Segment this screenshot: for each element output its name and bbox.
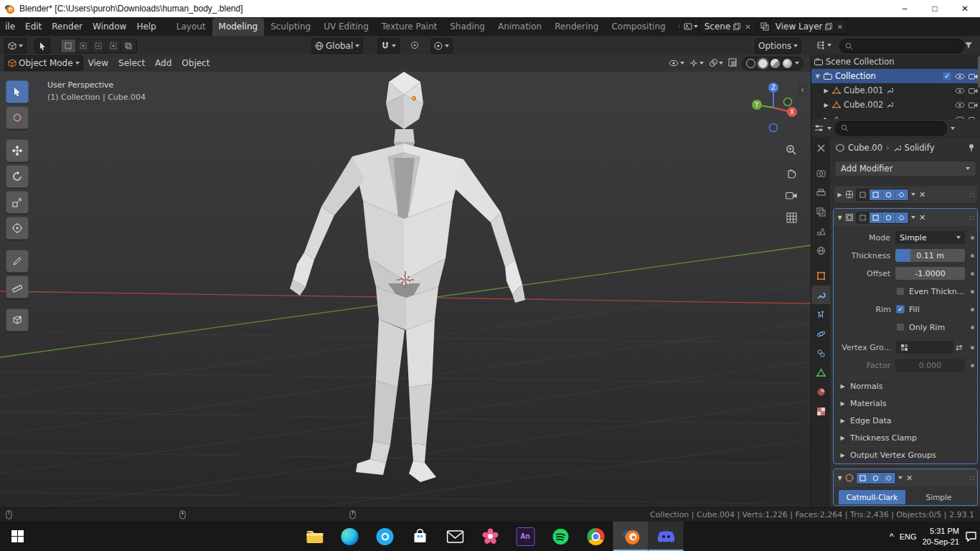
properties-tab-world[interactable] — [811, 241, 830, 260]
properties-tab-object[interactable] — [811, 266, 830, 285]
select-invert-icon[interactable] — [106, 39, 121, 52]
store-icon[interactable] — [402, 522, 438, 551]
workspace-tab-shading[interactable]: Shading — [443, 18, 491, 36]
properties-tab-texture[interactable] — [811, 402, 830, 420]
viewport-menu-object[interactable]: Object — [176, 55, 215, 72]
hide-eye-icon[interactable] — [955, 102, 965, 108]
keyframe-dot[interactable] — [971, 272, 974, 276]
keyframe-dot[interactable] — [971, 326, 974, 329]
transform-orientation-dropdown[interactable]: Global — [311, 38, 363, 54]
close-button[interactable]: ✕ — [950, 0, 980, 17]
properties-tab-tool[interactable] — [811, 138, 830, 157]
properties-tab-scene[interactable] — [811, 222, 830, 240]
flower-app-icon[interactable] — [473, 522, 508, 551]
properties-tab-view-layer[interactable] — [811, 202, 830, 221]
blender-app-icon[interactable] — [613, 522, 649, 551]
toggle-realtime-icon[interactable] — [882, 212, 895, 223]
properties-editor-chevron-icon[interactable] — [827, 127, 831, 130]
properties-tab-modifiers[interactable] — [811, 286, 830, 304]
tool-rotate[interactable] — [6, 165, 29, 188]
navigation-gizmo[interactable]: Z X Y — [745, 79, 802, 136]
section-normals[interactable]: ▶Normals — [834, 377, 977, 395]
tool-move[interactable] — [6, 139, 29, 162]
keyframe-dot[interactable] — [971, 236, 974, 240]
snap-target-button[interactable] — [407, 38, 422, 52]
menu-render[interactable]: Render — [47, 17, 88, 36]
unlink-scene-icon[interactable]: ✕ — [743, 23, 750, 31]
viewport-3d[interactable]: User Perspective (1) Collection | Cube.0… — [0, 72, 811, 507]
new-view-layer-icon[interactable] — [825, 23, 832, 30]
proportional-editing-button[interactable] — [430, 38, 453, 54]
keyframe-dot[interactable] — [971, 346, 974, 349]
toggle-on-cage-icon[interactable] — [857, 189, 870, 200]
toggle-render-icon[interactable] — [895, 212, 908, 223]
collapse-icon[interactable]: ▼ — [814, 73, 821, 80]
breadcrumb-object[interactable]: Cube.00 — [848, 143, 882, 153]
properties-tab-constraints[interactable] — [811, 344, 830, 362]
catmull-clark-button[interactable]: Catmull-Clark — [839, 490, 905, 504]
scene-selector[interactable]: Scene ✕ — [699, 19, 756, 34]
options-dropdown[interactable]: Options — [755, 38, 801, 54]
toggle-realtime-icon[interactable] — [882, 189, 895, 200]
view-layer-data-icon[interactable] — [760, 22, 769, 31]
gizmos-dropdown[interactable] — [689, 59, 704, 67]
outliner-row-scene-collection[interactable]: Scene Collection — [811, 55, 980, 69]
properties-search-input[interactable] — [835, 121, 947, 136]
shading-rendered-icon[interactable] — [783, 59, 792, 68]
rim-fill-checkbox[interactable]: ✓ — [896, 305, 905, 314]
zoom-button[interactable] — [782, 141, 801, 159]
remove-view-layer-icon[interactable]: ✕ — [835, 23, 842, 31]
properties-editor-icon[interactable] — [814, 124, 824, 132]
overlays-dropdown[interactable] — [709, 59, 723, 67]
render-camera-icon[interactable] — [969, 102, 978, 108]
render-camera-icon[interactable] — [969, 73, 978, 80]
snap-button[interactable] — [377, 38, 400, 54]
spotify-icon[interactable] — [543, 522, 578, 551]
language-indicator[interactable]: ENG — [900, 532, 917, 541]
workspace-tab-layout[interactable]: Layout — [170, 18, 212, 36]
vertex-group-field[interactable] — [896, 341, 953, 354]
menu-file[interactable]: ile — [0, 17, 20, 36]
toggle-realtime-icon[interactable] — [870, 473, 882, 484]
toggle-edit-mode-icon[interactable] — [870, 212, 882, 223]
keyframe-dot[interactable] — [971, 364, 974, 367]
properties-tab-object-data[interactable] — [811, 363, 830, 382]
select-subtract-icon[interactable] — [91, 39, 106, 52]
minimize-button[interactable]: – — [890, 0, 920, 17]
subdivision-header[interactable]: ▼ ✕ ∷ — [834, 469, 977, 486]
menu-edit[interactable]: Edit — [20, 17, 47, 36]
toggle-render-icon[interactable] — [882, 473, 895, 484]
mode-selector[interactable]: Object Mode — [4, 55, 83, 71]
select-intersect-icon[interactable] — [121, 39, 136, 52]
properties-tab-material[interactable] — [811, 382, 830, 401]
workspace-tab-uv-editing[interactable]: UV Editing — [317, 18, 375, 36]
keyframe-dot[interactable] — [971, 290, 974, 293]
chrome-icon[interactable] — [578, 522, 613, 551]
tool-scale[interactable] — [6, 191, 29, 214]
edge-browser-icon[interactable] — [332, 522, 367, 551]
workspace-tab-animation[interactable]: Animation — [491, 18, 548, 36]
collection-checkbox[interactable]: ✓ — [943, 72, 951, 80]
workspace-tab-modeling[interactable]: Modeling — [212, 18, 265, 36]
thickness-slider[interactable]: 0.11 m — [895, 249, 965, 262]
modifier-delete-icon[interactable]: ✕ — [905, 474, 914, 483]
shading-chevron-icon[interactable] — [795, 62, 799, 65]
outliner-row-partial[interactable]: ▶ — [811, 112, 980, 119]
properties-options-chevron-icon[interactable] — [951, 127, 955, 130]
invert-vertex-group-icon[interactable]: ⇄ — [956, 343, 962, 352]
pan-hand-button[interactable] — [782, 164, 801, 182]
selectability-dropdown[interactable] — [669, 60, 684, 67]
orthographic-toggle-button[interactable] — [782, 208, 801, 227]
tool-measure[interactable] — [6, 276, 29, 298]
select-extend-icon[interactable] — [76, 39, 91, 52]
discord-icon[interactable] — [649, 522, 684, 551]
outliner-filter-button[interactable] — [964, 41, 973, 52]
properties-tab-render[interactable] — [811, 164, 830, 182]
tool-cursor[interactable] — [6, 106, 29, 129]
breadcrumb-modifier[interactable]: Solidify — [905, 143, 935, 153]
outliner-editor-selector[interactable] — [814, 38, 834, 52]
file-explorer-icon[interactable] — [297, 522, 332, 551]
properties-tab-physics[interactable] — [811, 324, 830, 343]
properties-tab-output[interactable] — [811, 183, 830, 202]
modifier-header[interactable]: ▶ ✕ ∷ — [834, 186, 977, 203]
